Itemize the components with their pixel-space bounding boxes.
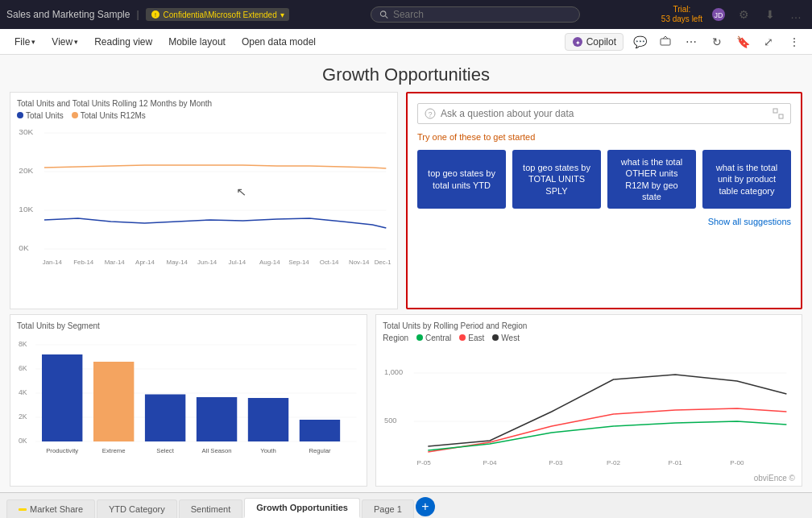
more-options-icon[interactable]: ⋮ <box>785 32 804 52</box>
svg-text:0K: 0K <box>19 244 29 252</box>
tab-sentiment[interactable]: Sentiment <box>179 499 243 518</box>
svg-rect-44 <box>42 354 82 441</box>
svg-text:Dec-14: Dec-14 <box>375 259 391 265</box>
svg-text:Oct-14: Oct-14 <box>320 259 339 265</box>
svg-text:Productivity: Productivity <box>46 447 78 454</box>
toolbar-more-icon[interactable]: ⋯ <box>682 32 701 52</box>
svg-text:4K: 4K <box>19 388 27 396</box>
svg-rect-48 <box>145 395 185 442</box>
svg-text:Aug-14: Aug-14 <box>259 259 280 265</box>
region-chart-title: Total Units by Rolling Period and Region <box>383 321 795 330</box>
add-tab-button[interactable]: + <box>416 497 435 516</box>
menu-file[interactable]: File ▾ <box>8 33 42 51</box>
svg-text:2K: 2K <box>19 412 27 421</box>
total-units-region-chart: Total Units by Rolling Period and Region… <box>375 314 802 487</box>
comment-icon[interactable]: 💬 <box>630 32 649 52</box>
trial-badge: Trial: 53 days left <box>661 5 702 24</box>
search-bar[interactable] <box>371 6 580 23</box>
svg-text:Jan-14: Jan-14 <box>43 259 62 265</box>
region-line-svg: 1,000 500 P-05 P-04 P-03 P-02 P-01 P-00 <box>383 346 795 479</box>
svg-text:P-05: P-05 <box>417 459 432 466</box>
qa-suggestion-1[interactable]: top geo states by total units YTD <box>417 150 506 209</box>
qa-expand-icon[interactable] <box>773 108 784 119</box>
separator: | <box>136 9 139 20</box>
obvience-label: obviEnce © <box>754 474 795 483</box>
qa-suggestion-2[interactable]: top geo states by TOTAL UNITS SPLY <box>512 150 601 209</box>
download-icon[interactable]: ⬇ <box>760 5 780 24</box>
svg-rect-46 <box>93 362 134 441</box>
qa-input[interactable] <box>441 108 768 119</box>
menu-mobile-layout[interactable]: Mobile layout <box>162 33 232 51</box>
svg-text:8K: 8K <box>19 340 27 348</box>
svg-text:Nov-14: Nov-14 <box>349 259 370 265</box>
refresh-icon[interactable]: ↻ <box>707 32 727 52</box>
tab-ytd-category[interactable]: YTD Category <box>97 499 177 518</box>
total-units-chart-title: Total Units and Total Units Rolling 12 M… <box>17 99 391 108</box>
qa-show-all[interactable]: Show all suggestions <box>417 217 791 226</box>
more-icon[interactable]: … <box>786 5 806 24</box>
svg-text:Youth: Youth <box>260 447 276 454</box>
menu-right: ✦ Copilot 💬 ⋯ ↻ 🔖 ⤢ ⋮ <box>565 32 804 52</box>
account-icon[interactable]: JD <box>709 5 728 24</box>
svg-rect-52 <box>248 398 288 441</box>
segment-bar-svg: 8K 6K 4K 2K 0K Productivity Extreme <box>17 334 360 483</box>
svg-rect-8 <box>661 39 670 45</box>
chevron-down-icon: ▾ <box>31 38 35 46</box>
fullscreen-icon[interactable]: ⤢ <box>759 32 778 52</box>
svg-text:P-03: P-03 <box>549 459 564 466</box>
svg-text:20K: 20K <box>19 167 34 175</box>
svg-text:10K: 10K <box>19 205 34 213</box>
svg-text:1,000: 1,000 <box>384 368 403 376</box>
svg-text:All Season: All Season <box>202 447 232 454</box>
share-icon[interactable] <box>656 32 675 52</box>
tab-page-1[interactable]: Page 1 <box>362 499 414 518</box>
bookmark-icon[interactable]: 🔖 <box>733 32 752 52</box>
tab-bar: Market Share YTD Category Sentiment Grow… <box>0 492 812 518</box>
qa-hint: Try one of these to get started <box>417 132 791 142</box>
tab-growth-opportunities[interactable]: Growth Opportunities <box>244 498 360 518</box>
svg-rect-33 <box>779 114 783 118</box>
qa-icon: ? <box>425 108 436 119</box>
search-input[interactable] <box>393 9 571 20</box>
copilot-button[interactable]: ✦ Copilot <box>565 33 624 51</box>
menu-open-data-model[interactable]: Open data model <box>235 33 322 51</box>
menu-view[interactable]: View ▾ <box>45 33 85 51</box>
chevron-down-icon[interactable]: ▾ <box>280 10 284 19</box>
total-units-svg: 30K 20K 10K 0K Jan-14 Feb-14 Mar-14 Apr-… <box>17 123 391 280</box>
svg-line-3 <box>385 16 387 19</box>
tab-market-share[interactable]: Market Share <box>6 499 95 518</box>
svg-text:Select: Select <box>156 447 174 454</box>
total-units-segment-chart: Total Units by Segment 8K 6K 4K 2K 0K Pr… <box>10 314 367 487</box>
svg-text:0K: 0K <box>19 437 27 445</box>
shield-icon: ! <box>151 10 160 19</box>
svg-rect-32 <box>773 109 777 113</box>
top-bar: Sales and Marketing Sample | ! Confident… <box>0 0 812 29</box>
svg-text:Extreme: Extreme <box>102 447 126 454</box>
page-title: Growth Opportunities <box>0 55 812 92</box>
svg-rect-50 <box>197 397 237 441</box>
content-area: Growth Opportunities Total Units and Tot… <box>0 55 812 492</box>
qa-suggestion-4[interactable]: what is the total unit by product table … <box>702 150 791 209</box>
svg-text:?: ? <box>428 110 432 118</box>
svg-point-2 <box>380 11 385 16</box>
search-icon <box>379 10 388 19</box>
chevron-down-icon: ▾ <box>74 38 78 46</box>
svg-text:P-00: P-00 <box>731 459 745 466</box>
confidential-badge: ! Confidential\Microsoft Extended ▾ <box>146 8 289 21</box>
qa-suggestion-3[interactable]: what is the total OTHER units R12M by ge… <box>607 150 696 209</box>
svg-text:P-02: P-02 <box>607 459 621 466</box>
chart-legend: Total Units Total Units R12Ms <box>17 111 391 120</box>
settings-icon[interactable]: ⚙ <box>735 5 754 24</box>
menu-reading-view[interactable]: Reading view <box>88 33 159 51</box>
app-title: Sales and Marketing Sample <box>6 9 130 20</box>
svg-text:P-04: P-04 <box>483 459 498 466</box>
svg-text:6K: 6K <box>19 364 27 372</box>
svg-text:✦: ✦ <box>574 39 580 47</box>
region-legend: Region Central East West <box>383 334 795 342</box>
svg-text:↖: ↖ <box>236 185 247 198</box>
qa-input-row[interactable]: ? <box>417 103 791 124</box>
svg-text:JD: JD <box>714 11 723 19</box>
svg-text:Regular: Regular <box>309 447 330 454</box>
copilot-icon: ✦ <box>572 36 583 48</box>
svg-text:Jun-14: Jun-14 <box>197 259 217 265</box>
